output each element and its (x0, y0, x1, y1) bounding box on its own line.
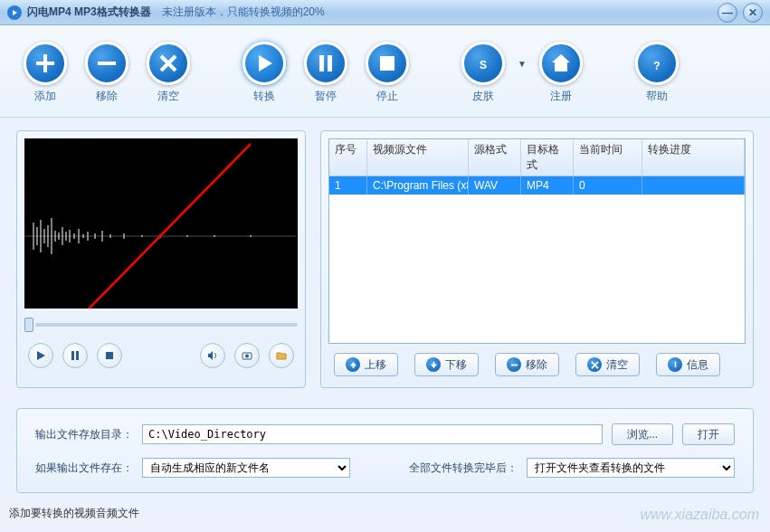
preview-stop-button[interactable] (97, 343, 122, 368)
svg-rect-34 (76, 351, 79, 360)
register-button[interactable] (539, 42, 583, 85)
plus-icon (34, 52, 56, 74)
x-icon (587, 357, 602, 372)
svg-text:i: i (674, 361, 677, 369)
minus-icon (507, 357, 521, 372)
svg-text:S: S (480, 59, 487, 71)
list-remove-label: 移除 (526, 357, 547, 373)
col-source[interactable]: 视频源文件 (367, 139, 469, 176)
convert-button[interactable] (242, 42, 286, 85)
seek-thumb[interactable] (24, 318, 33, 332)
skin-button[interactable]: S (461, 42, 505, 85)
preview-screen (24, 138, 298, 309)
add-label: 添加 (34, 89, 56, 104)
cell-index: 1 (329, 176, 367, 195)
close-button[interactable]: ✕ (743, 3, 763, 23)
remove-button[interactable] (85, 42, 128, 85)
app-icon (7, 5, 22, 20)
col-current-time[interactable]: 当前时间 (574, 139, 642, 176)
seek-track[interactable] (35, 323, 298, 327)
speaker-icon (207, 350, 218, 361)
output-dir-input[interactable] (142, 424, 603, 444)
list-clear-button[interactable]: 清空 (575, 353, 640, 376)
col-progress[interactable]: 转换进度 (642, 139, 745, 176)
settings-panel: 输出文件存放目录： 浏览... 打开 如果输出文件存在： 自动生成相应的新文件名… (16, 408, 754, 493)
preview-play-button[interactable] (28, 343, 53, 368)
cell-source: C:\Program Files (x86)... (367, 176, 469, 195)
question-icon: ? (646, 52, 668, 74)
skin-dropdown-arrow[interactable]: ▼ (518, 42, 527, 85)
svg-rect-3 (380, 56, 395, 71)
seek-bar[interactable] (24, 318, 298, 332)
statusbar: 添加要转换的视频音频文件 (0, 502, 770, 525)
preview-pause-button[interactable] (62, 343, 88, 368)
cell-src-format: WAV (469, 176, 521, 195)
grid-header: 序号 视频源文件 源格式 目标格式 当前时间 转换进度 (329, 139, 745, 176)
minus-icon (96, 52, 118, 74)
svg-rect-38 (510, 364, 517, 366)
move-down-button[interactable]: 下移 (414, 353, 479, 376)
minimize-button[interactable]: — (718, 3, 737, 23)
table-row[interactable]: 1 C:\Program Files (x86)... WAV MP4 0 (329, 176, 745, 195)
info-icon: i (668, 357, 682, 372)
stop-icon (104, 350, 115, 361)
convert-label: 转换 (253, 89, 275, 104)
skin-label: 皮肤 (472, 89, 494, 104)
pause-icon (70, 350, 81, 361)
stop-button[interactable] (366, 42, 409, 85)
volume-button[interactable] (200, 343, 225, 368)
add-button[interactable] (24, 42, 67, 85)
col-index[interactable]: 序号 (329, 139, 367, 176)
remove-label: 移除 (96, 89, 118, 104)
file-list-panel: 序号 视频源文件 源格式 目标格式 当前时间 转换进度 1 C:\Program… (320, 130, 754, 388)
home-icon (550, 52, 572, 74)
svg-rect-35 (106, 352, 113, 359)
arrow-down-icon (426, 357, 441, 372)
list-clear-label: 清空 (606, 357, 628, 373)
clear-label: 清空 (157, 89, 179, 104)
col-src-format[interactable]: 源格式 (469, 139, 521, 176)
folder-button[interactable] (269, 343, 294, 368)
pause-button[interactable] (304, 42, 347, 85)
after-all-select[interactable]: 打开文件夹查看转换的文件 (527, 458, 735, 478)
folder-icon (276, 350, 287, 361)
svg-point-37 (245, 355, 249, 358)
cell-target-format: MP4 (521, 176, 574, 195)
file-grid: 序号 视频源文件 源格式 目标格式 当前时间 转换进度 1 C:\Program… (328, 138, 746, 344)
help-label: 帮助 (646, 89, 668, 104)
grid-empty-area[interactable] (329, 195, 745, 343)
info-button[interactable]: i 信息 (656, 353, 720, 376)
svg-rect-0 (98, 62, 116, 65)
camera-icon (242, 350, 252, 361)
cell-current-time: 0 (574, 176, 642, 195)
help-button[interactable]: ? (635, 42, 679, 85)
after-all-label: 全部文件转换完毕后： (409, 461, 518, 476)
pause-icon (315, 52, 337, 74)
main-toolbar: 添加 移除 清空 转换 暂停 停止 S 皮肤 ▼ (0, 25, 770, 118)
app-title: 闪电MP4 MP3格式转换器 (27, 5, 151, 20)
annotation-arrow-icon (24, 138, 251, 309)
x-icon (157, 52, 179, 74)
clear-button[interactable] (147, 42, 190, 85)
preview-controls (24, 337, 298, 370)
svg-rect-1 (319, 55, 324, 71)
move-up-button[interactable]: 上移 (334, 353, 398, 376)
svg-rect-33 (71, 351, 74, 360)
list-remove-button[interactable]: 移除 (495, 353, 559, 376)
pause-label: 暂停 (315, 89, 337, 104)
stop-icon (376, 52, 398, 74)
browse-button[interactable]: 浏览... (612, 423, 673, 445)
status-text: 添加要转换的视频音频文件 (9, 507, 139, 519)
s-icon: S (472, 52, 494, 74)
if-exists-label: 如果输出文件存在： (35, 461, 133, 476)
move-down-label: 下移 (445, 357, 467, 373)
svg-rect-2 (328, 55, 332, 71)
register-label: 注册 (550, 89, 572, 104)
col-target-format[interactable]: 目标格式 (521, 139, 574, 176)
snapshot-button[interactable] (234, 343, 260, 368)
preview-panel (16, 130, 306, 388)
open-button[interactable]: 打开 (682, 423, 735, 445)
if-exists-select[interactable]: 自动生成相应的新文件名 (142, 458, 350, 478)
cell-progress (642, 176, 745, 195)
svg-text:?: ? (653, 60, 660, 72)
